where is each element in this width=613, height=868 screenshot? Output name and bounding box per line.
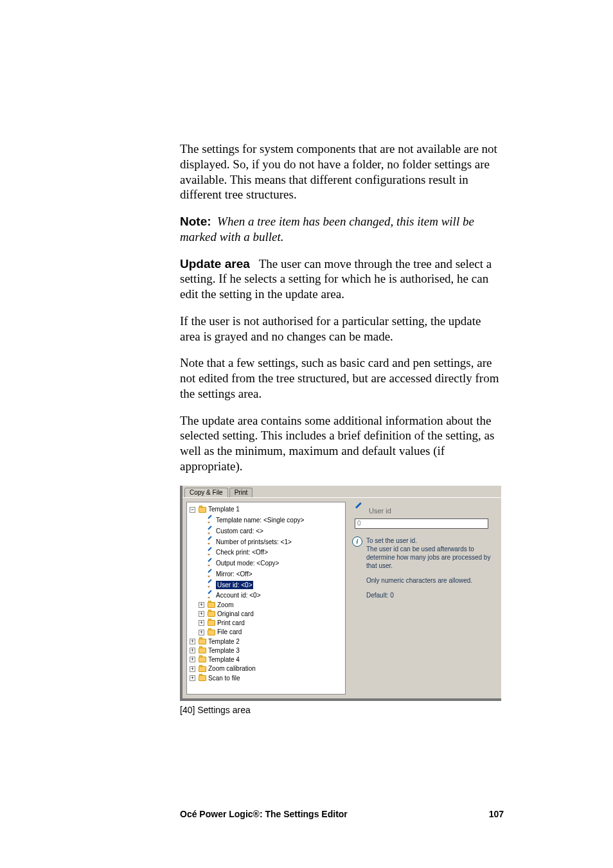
body-text: The settings for system components that … [180, 141, 501, 474]
paragraph: The update area contains some additional… [180, 413, 501, 474]
tree-leaf[interactable]: Mirror: <Off> [216, 570, 253, 579]
pencil-icon [208, 581, 214, 588]
folder-closed-icon [208, 620, 215, 626]
info-text: To set the user id. The user id can be u… [366, 536, 493, 606]
tree-leaf-selected[interactable]: User id: <0> [216, 581, 253, 590]
info-icon: i [352, 536, 362, 547]
folder-closed-icon [208, 602, 215, 608]
tree-leaf[interactable]: Check print: <Off> [216, 548, 268, 557]
pencil-icon [355, 506, 365, 516]
tree-node-scan-to-file[interactable]: Scan to file [208, 674, 240, 683]
pencil-icon [208, 517, 214, 524]
tree-node-template-2[interactable]: Template 2 [208, 637, 240, 646]
paragraph: If the user is not authorised for a part… [180, 314, 501, 344]
tree-node[interactable]: Print card [217, 619, 245, 628]
expand-toggle[interactable]: + [190, 666, 195, 672]
expand-toggle[interactable]: + [190, 648, 195, 653]
tree-leaf[interactable]: Number of prints/sets: <1> [216, 538, 292, 547]
settings-panel: − Template 1 Template name: <Single copy… [182, 497, 501, 699]
tab-strip: Copy & File Print [182, 486, 501, 497]
tree-node[interactable]: Zoom [217, 601, 234, 610]
expand-toggle[interactable]: + [190, 657, 195, 662]
note-body: When a tree item has been changed, this … [180, 215, 474, 244]
pencil-icon [208, 538, 214, 545]
expand-toggle[interactable]: + [199, 620, 204, 626]
user-id-input[interactable] [355, 518, 488, 529]
footer-title: Océ Power Logic®: The Settings Editor [180, 809, 348, 819]
tab-copy-and-file[interactable]: Copy & File [184, 488, 228, 497]
pencil-icon [208, 560, 214, 567]
pencil-icon [208, 528, 214, 535]
folder-closed-icon [199, 657, 206, 662]
update-area-pane: User id i To set the user id. The user i… [350, 502, 497, 695]
pencil-icon [208, 571, 214, 578]
expand-toggle[interactable]: + [190, 639, 195, 644]
info-line: Default: 0 [366, 591, 493, 599]
tree-node-zoom-calibration[interactable]: Zoom calibration [208, 664, 256, 673]
settings-tree[interactable]: − Template 1 Template name: <Single copy… [186, 502, 346, 695]
tree-node[interactable]: Original card [217, 610, 254, 619]
update-area-paragraph: Update area The user can move through th… [180, 256, 501, 302]
paragraph: Note that a few settings, such as basic … [180, 355, 501, 401]
folder-closed-icon [208, 630, 215, 635]
folder-open-icon [199, 507, 206, 513]
tab-print[interactable]: Print [229, 488, 253, 497]
note-lead: Note: [180, 215, 211, 228]
folder-closed-icon [199, 639, 206, 644]
settings-window: Copy & File Print − Template 1 [180, 486, 501, 702]
folder-closed-icon [208, 611, 215, 617]
footer-page-number: 107 [489, 809, 504, 819]
tree-leaf[interactable]: Account id: <0> [216, 591, 261, 600]
expand-toggle[interactable]: + [199, 611, 204, 617]
tree-node-template-4[interactable]: Template 4 [208, 655, 240, 664]
folder-closed-icon [199, 648, 206, 653]
tree-leaf[interactable]: Template name: <Single copy> [216, 516, 304, 525]
info-line: The user id can be used afterwards to de… [366, 545, 493, 570]
folder-closed-icon [199, 666, 206, 672]
tree-leaf[interactable]: Custom card: <> [216, 527, 263, 536]
folder-closed-icon [199, 675, 206, 681]
tree-node-template-3[interactable]: Template 3 [208, 646, 240, 655]
paragraph: The settings for system components that … [180, 141, 501, 202]
info-line: Only numeric characters are allowed. [366, 576, 493, 585]
figure-caption: [40] Settings area [180, 705, 501, 715]
info-line: To set the user id. [366, 536, 493, 545]
tree-node[interactable]: File card [217, 628, 242, 637]
pencil-icon [208, 592, 214, 599]
settings-area-figure: Copy & File Print − Template 1 [180, 486, 501, 716]
tree-node-template-1[interactable]: Template 1 [208, 505, 240, 514]
collapse-toggle[interactable]: − [190, 507, 195, 513]
expand-toggle[interactable]: + [199, 602, 204, 608]
setting-title: User id [369, 507, 391, 515]
expand-toggle[interactable]: + [190, 675, 195, 681]
expand-toggle[interactable]: + [199, 630, 204, 635]
update-area-lead: Update area [180, 257, 250, 270]
pencil-icon [208, 549, 214, 556]
note-paragraph: Note: When a tree item has been changed,… [180, 214, 501, 245]
page-footer: Océ Power Logic®: The Settings Editor 10… [180, 809, 504, 819]
tree-leaf[interactable]: Output mode: <Copy> [216, 559, 279, 568]
